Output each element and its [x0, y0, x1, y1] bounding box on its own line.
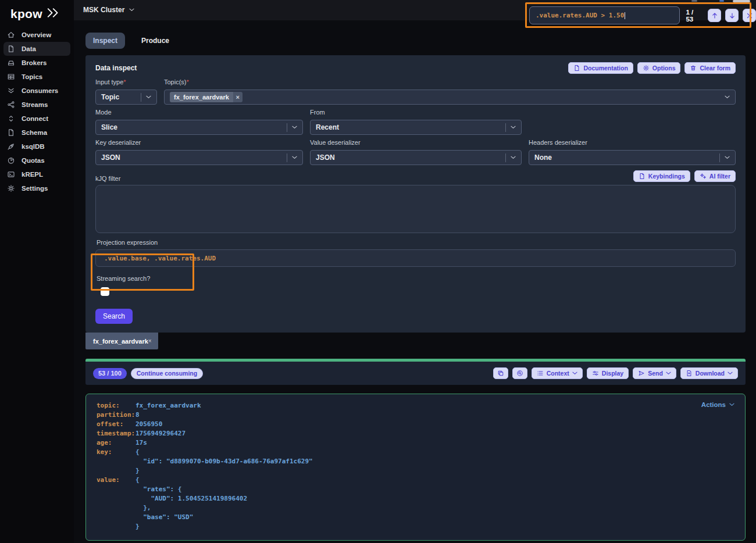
chevron-down-icon	[146, 95, 151, 99]
sidebar-item-quotas[interactable]: Quotas	[3, 153, 70, 167]
share-icon	[7, 101, 15, 109]
record-field-key: age:	[97, 438, 135, 448]
sidebar-item-label: Topics	[22, 73, 42, 80]
headers-deserializer-select[interactable]: None	[529, 150, 736, 165]
value-deserializer-value: JSON	[316, 153, 335, 162]
sidebar-item-connect[interactable]: Connect	[3, 112, 70, 126]
arrow-down-button[interactable]	[725, 9, 739, 22]
clear-form-button-label: Clear form	[700, 65, 730, 72]
send-button[interactable]: Send	[633, 367, 676, 379]
kpow-app: kpow OverviewDataBrokersTopicsConsumersS…	[0, 0, 756, 543]
chevron-down-icon	[725, 95, 730, 99]
record-line: topic:fx_forex_aardvark	[97, 401, 313, 410]
sidebar-item-ksqldb[interactable]: ksqlDB	[3, 140, 70, 153]
kpow-logo-text: kpow	[10, 7, 42, 21]
arrow-up-icon	[711, 12, 718, 19]
kjq-filter-textarea[interactable]	[95, 185, 736, 233]
sidebar-item-consumers[interactable]: Consumers	[3, 84, 70, 98]
from-select[interactable]: Recent	[310, 120, 522, 135]
search-circle-icon	[516, 370, 523, 377]
record-field-value: "base": "USD"	[135, 513, 193, 521]
sidebar-item-krepl[interactable]: kREPL	[3, 167, 70, 181]
projection-expression-input[interactable]: .value.base, .value.rates.AUD	[95, 249, 736, 267]
send-icon	[638, 370, 645, 377]
sidebar-item-label: Connect	[22, 115, 48, 122]
tab-produce[interactable]: Produce	[141, 37, 169, 45]
record-field-value: 17s	[135, 439, 147, 446]
value-deserializer-select[interactable]: JSON	[310, 150, 522, 165]
double-chevron-icon	[46, 8, 61, 20]
record-field-key: partition:	[97, 410, 135, 420]
sidebar-item-topics[interactable]: Topics	[3, 70, 70, 84]
sidebar-item-settings[interactable]: Settings	[3, 181, 70, 195]
context-button[interactable]: Context	[532, 367, 583, 379]
input-type-select[interactable]: Topic	[95, 90, 157, 105]
kjq-action-buttons: KeybindingsAI filter	[633, 170, 736, 182]
record-line: value:{	[97, 476, 313, 485]
copy-icon	[497, 370, 504, 377]
sidebar-item-data[interactable]: Data	[3, 42, 70, 56]
sidebar-item-overview[interactable]: Overview	[3, 28, 70, 42]
record-content: topic:fx_forex_aardvarkpartition:8offset…	[97, 401, 313, 531]
from-label: From	[310, 109, 522, 116]
sidebar-item-streams[interactable]: Streams	[3, 98, 70, 112]
table-icon	[7, 73, 15, 81]
cluster-selector[interactable]: MSK Cluster	[83, 6, 134, 14]
record-line: }	[97, 466, 313, 476]
keybindings-button[interactable]: Keybindings	[633, 170, 690, 182]
record-field-value: {	[135, 448, 140, 456]
value-deserializer-label: Value deserializer	[310, 139, 522, 146]
streaming-search-checkbox[interactable]	[101, 287, 109, 296]
arrow-up-button[interactable]	[708, 9, 721, 22]
input-type-value: Topic	[101, 93, 119, 101]
topic-tag-remove-button[interactable]: ×	[233, 92, 243, 102]
sidebar-item-label: Data	[22, 45, 36, 52]
document-icon	[7, 128, 15, 137]
display-button[interactable]: Display	[587, 367, 629, 379]
record-field-value: 8	[135, 411, 140, 419]
list-icon	[537, 370, 544, 377]
ai-filter-button[interactable]: AI filter	[694, 170, 736, 182]
topics-label: Topic(s)*	[164, 78, 736, 85]
sidebar-item-schema[interactable]: Schema	[3, 126, 70, 140]
document-icon	[7, 45, 15, 53]
record-field-value: }	[135, 467, 140, 474]
mode-select[interactable]: Slice	[95, 120, 303, 135]
input-type-label: Input type*	[95, 78, 157, 85]
from-value: Recent	[316, 123, 339, 131]
toolbar-menu-buttons: ContextDisplaySendDownload	[532, 367, 738, 379]
key-deserializer-value: JSON	[101, 153, 120, 162]
gear-icon	[643, 65, 650, 72]
record-actions-menu[interactable]: Actions	[701, 401, 734, 408]
download-button[interactable]: Download	[680, 367, 738, 379]
key-deserializer-select[interactable]: JSON	[95, 150, 303, 165]
cluster-selector-label: MSK Cluster	[83, 6, 124, 14]
documentation-button[interactable]: Documentation	[568, 62, 633, 74]
panel-title: Data inspect	[95, 64, 137, 72]
sort-arrows-icon	[7, 115, 15, 123]
record-field-value: 1756949296427	[135, 430, 186, 437]
topic-result-tab-close-icon[interactable]: ×	[148, 338, 152, 344]
chevron-down-icon	[725, 156, 730, 159]
topics-multiselect[interactable]: fx_forex_aardvark×	[164, 90, 736, 105]
search-button[interactable]: Search	[95, 309, 133, 324]
close-button[interactable]	[743, 9, 756, 22]
documentation-button-label: Documentation	[583, 65, 627, 72]
sidebar-item-brokers[interactable]: Brokers	[3, 56, 70, 70]
clear-form-button[interactable]: Clear form	[684, 62, 736, 74]
record-line: }	[97, 522, 313, 531]
record-count-badge: 53 / 100	[93, 368, 127, 379]
find-query-input[interactable]: .value.rates.AUD > 1.50	[529, 6, 680, 24]
tab-inspect[interactable]: Inspect	[85, 33, 125, 49]
sidebar: kpow OverviewDataBrokersTopicsConsumersS…	[0, 0, 74, 543]
search-circle-button[interactable]	[512, 367, 527, 379]
options-button[interactable]: Options	[637, 62, 681, 74]
copy-button[interactable]	[493, 367, 508, 379]
record-line: },	[97, 503, 313, 513]
continue-consuming-button[interactable]: Continue consuming	[131, 368, 203, 379]
chevron-down-icon	[511, 126, 516, 129]
record-field-key: value:	[97, 476, 135, 485]
chevron-down-icon	[511, 156, 516, 159]
sidebar-item-label: Streams	[22, 101, 48, 108]
topic-result-tab[interactable]: fx_forex_aardvark ×	[85, 333, 158, 349]
